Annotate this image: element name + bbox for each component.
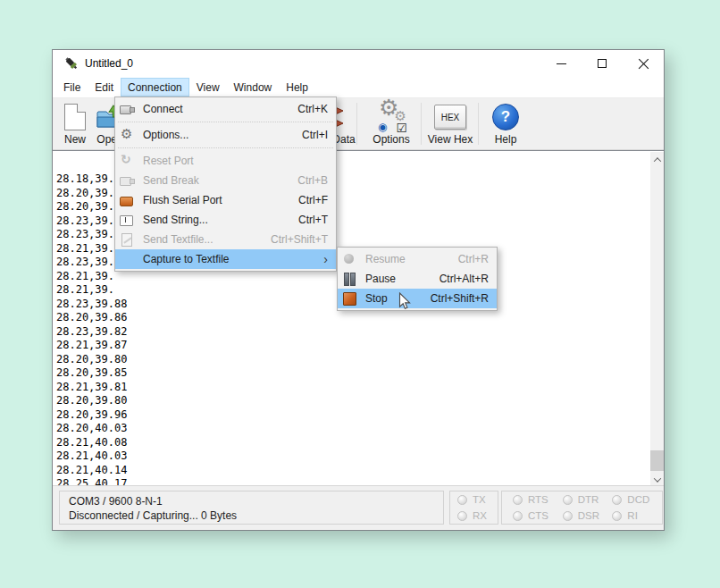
help-icon: ?	[492, 104, 519, 130]
led-indicator-icon	[513, 511, 523, 521]
title-bar: Untitled_0	[53, 50, 664, 77]
menu-item-label: Send Break	[143, 174, 287, 187]
port-info: COM3 / 9600 8-N-1	[69, 494, 443, 508]
connect-icon	[120, 102, 136, 116]
terminal-line: 28.21,40.14	[56, 464, 649, 478]
menu-item-label: Flush Serial Port	[143, 194, 288, 206]
scrollbar-thumb[interactable]	[650, 450, 664, 471]
led-indicator-icon	[457, 495, 467, 505]
options-button-label: Options	[361, 133, 422, 146]
terminal-line: 28.21,39.87	[56, 339, 649, 353]
stop-icon	[342, 291, 358, 306]
menu-separator	[118, 122, 333, 122]
capture-to-textfile-submenu: Resume Ctrl+R Pause Ctrl+Alt+R Stop Ctrl…	[337, 247, 498, 311]
menu-edit[interactable]: Edit	[88, 77, 121, 97]
led-label: DCD	[627, 494, 649, 505]
menu-item-label: Capture to Textfile	[143, 253, 317, 265]
terminal-line: 28.21,40.08	[56, 436, 649, 450]
terminal-line: 28.20,39.96	[56, 408, 649, 423]
menu-item-label: Reset Port	[143, 155, 317, 167]
menu-separator	[118, 147, 333, 148]
terminal-line: 28.21,40.03	[56, 449, 649, 464]
chevron-up-icon	[653, 157, 660, 164]
led-label: RTS	[528, 494, 548, 505]
menu-item-send-break[interactable]: Send Break Ctrl+B	[115, 171, 336, 190]
terminal-line: 28.20,39.80	[56, 394, 649, 408]
menu-help[interactable]: Help	[279, 77, 315, 97]
menu-item-flush-serial-port[interactable]: Flush Serial Port Ctrl+F	[115, 190, 336, 210]
led-cell: TX	[457, 494, 498, 505]
desktop: { "window": { "title": "Untitled_0" }, "…	[0, 0, 720, 588]
led-cell: RX	[457, 510, 498, 521]
led-indicator-icon	[563, 511, 573, 521]
app-icon	[64, 56, 79, 71]
maximize-button[interactable]	[582, 50, 623, 77]
menu-window[interactable]: Window	[227, 77, 280, 97]
window-controls	[540, 50, 664, 77]
terminal-line: 28.23,39.82	[56, 325, 649, 340]
led-cell: DTR	[563, 494, 613, 505]
led-cell: RTS	[513, 494, 563, 505]
led-cell: CTS	[513, 510, 563, 521]
menu-item-stop[interactable]: Stop Ctrl+Shift+R	[338, 289, 497, 308]
menu-item-connect[interactable]: Connect Ctrl+K	[115, 99, 336, 119]
send-string-icon	[120, 213, 136, 227]
led-label: TX	[473, 494, 486, 505]
menu-item-capture-to-textfile[interactable]: Capture to Textfile	[115, 249, 336, 269]
toolbar-separator	[356, 103, 357, 145]
menu-item-label: Stop	[365, 292, 420, 305]
window-title: Untitled_0	[85, 57, 133, 70]
menu-item-resume[interactable]: Resume Ctrl+R	[338, 249, 497, 269]
terminal-line: 28.21,39.81	[56, 381, 649, 395]
menu-item-send-string[interactable]: Send String... Ctrl+T	[115, 210, 336, 230]
status-info: Disconnected / Capturing... 0 Bytes	[69, 508, 443, 523]
terminal-line: 28.20,39.85	[56, 366, 649, 381]
status-bar: COM3 / 9600 8-N-1 Disconnected / Capturi…	[53, 485, 664, 530]
menu-connection[interactable]: Connection	[121, 78, 189, 97]
vertical-scrollbar[interactable]	[650, 152, 664, 487]
menu-item-label: Send String...	[143, 214, 288, 226]
terminal-line: 28.20,40.03	[56, 422, 649, 436]
led-cell: DSR	[563, 510, 613, 521]
chevron-down-icon	[653, 475, 660, 482]
led-indicator-icon	[612, 511, 622, 521]
menu-file[interactable]: File	[56, 77, 88, 97]
view-hex-icon: HEX	[434, 105, 466, 130]
new-button[interactable]: New	[58, 101, 92, 146]
led-label: CTS	[528, 510, 548, 521]
menu-item-send-textfile[interactable]: Send Textfile... Ctrl+Shift+T	[115, 230, 336, 249]
options-button[interactable]: ⚙ ⚙ ◉ ☑ Options	[361, 101, 422, 146]
mouse-cursor-icon	[398, 292, 411, 311]
close-button[interactable]	[623, 50, 664, 77]
close-icon	[638, 58, 649, 70]
new-button-label: New	[58, 133, 92, 146]
menu-item-pause[interactable]: Pause Ctrl+Alt+R	[338, 269, 497, 289]
options-gears-icon: ⚙ ⚙ ◉ ☑	[375, 102, 407, 132]
checkbox-icon: ☑	[396, 121, 407, 135]
menu-item-icon	[120, 252, 136, 266]
flush-serial-port-icon	[120, 193, 136, 207]
help-button[interactable]: ? Help	[479, 101, 532, 146]
menu-item-options[interactable]: Options... Ctrl+I	[115, 125, 336, 145]
minimize-button[interactable]	[540, 50, 582, 77]
led-cell: DCD	[612, 494, 662, 505]
signal-led-panel: RTS DTR DCD CTS	[501, 491, 663, 525]
led-indicator-icon	[563, 495, 573, 505]
scroll-up-button[interactable]	[650, 152, 664, 167]
led-indicator-icon	[513, 495, 523, 505]
terminal-line: 28.20,39.86	[56, 311, 649, 325]
view-hex-button[interactable]: HEX View Hex	[422, 101, 479, 146]
led-label: DSR	[578, 510, 599, 521]
terminal-line: 28.20,39.80	[56, 353, 649, 367]
menu-view[interactable]: View	[189, 77, 227, 97]
radio-icon: ◉	[378, 121, 387, 133]
led-label: RX	[473, 510, 487, 521]
menu-item-reset-port[interactable]: Reset Port	[115, 151, 336, 171]
resume-icon	[342, 252, 358, 266]
menu-item-shortcut: Ctrl+Alt+R	[440, 273, 489, 285]
menu-item-shortcut: Ctrl+F	[298, 194, 328, 206]
menu-bar: File Edit Connection View Window Help	[53, 77, 664, 98]
menu-item-label: Pause	[365, 273, 429, 285]
minimize-icon	[557, 63, 566, 64]
menu-item-label: Resume	[365, 253, 448, 265]
